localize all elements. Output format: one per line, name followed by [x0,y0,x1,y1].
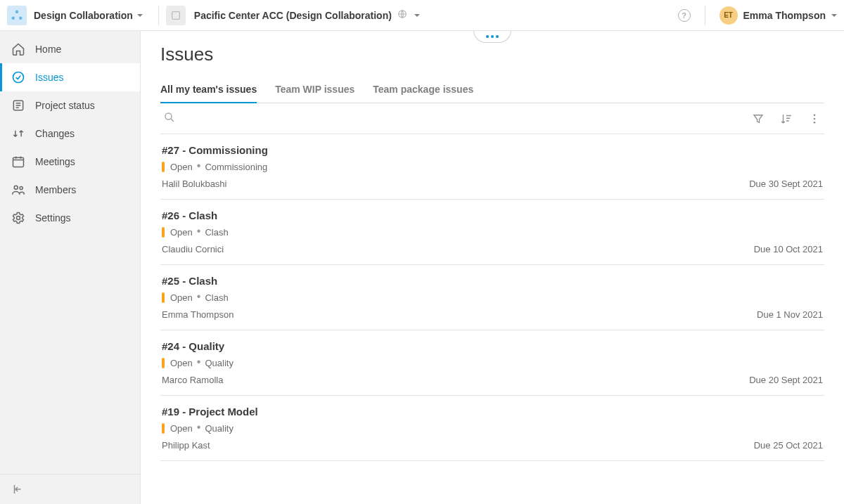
sidebar: Home Issues Project status Changes Meeti… [0,31,141,504]
issue-assignee: Halil Bolukbashi [162,179,227,189]
issue-assignee: Philipp Kast [162,440,210,451]
collapse-icon [11,483,24,496]
sidebar-item-issues[interactable]: Issues [0,63,140,91]
sidebar-item-meetings[interactable]: Meetings [0,148,140,176]
issue-due-date: Due 20 Sept 2021 [749,375,823,385]
status-indicator [162,292,165,303]
issue-row[interactable]: #26 - Clash Open • Clash Claudiu Cornici… [160,200,824,265]
sidebar-item-members[interactable]: Members [0,176,140,204]
issue-meta: Open • Quality [162,356,823,369]
issue-due-date: Due 1 Nov 2021 [757,309,823,320]
app-logo-icon [11,9,23,22]
issue-status: Open [170,423,193,434]
check-circle-icon [11,70,25,84]
divider [158,6,159,25]
list-toolbar [160,103,824,134]
issue-meta: Open • Quality [162,422,823,434]
issue-title: #19 - Project Model [162,406,823,418]
issue-meta: Open • Commissioning [162,160,823,173]
user-menu[interactable]: ET Emma Thompson [712,6,837,25]
more-options-button[interactable] [805,109,824,129]
svg-point-9 [20,186,23,189]
app-name: Design Collaboration [34,10,133,21]
issue-type: Quality [205,358,233,368]
sidebar-item-label: Changes [35,128,75,139]
issue-title: #25 - Clash [162,275,823,287]
help-button[interactable]: ? [678,9,691,22]
issue-title: #27 - Commissioning [162,144,823,156]
issue-meta: Open • Clash [162,226,823,238]
sidebar-item-label: Issues [35,72,63,83]
project-switcher[interactable]: Pacific Center ACC (Design Collaboration… [166,6,420,25]
sidebar-item-home[interactable]: Home [0,35,140,63]
project-icon [166,6,186,25]
expand-tray-button[interactable] [473,31,511,43]
sidebar-item-label: Meetings [35,156,75,167]
more-vertical-icon [808,112,821,125]
sort-icon [780,112,793,125]
issue-row[interactable]: #24 - Quality Open • Quality Marco Ramol… [160,330,824,396]
user-name: Emma Thompson [743,10,826,21]
issue-meta: Open • Clash [162,291,823,304]
sidebar-item-settings[interactable]: Settings [0,204,140,232]
svg-point-14 [814,121,816,123]
issue-row[interactable]: #25 - Clash Open • Clash Emma Thompson D… [160,265,824,330]
issue-assignee: Marco Ramolla [162,375,223,385]
globe-icon [397,9,407,21]
status-icon [11,98,25,112]
search-icon [163,111,176,124]
chevron-down-icon [831,14,837,17]
issues-list: #27 - Commissioning Open • Commissioning… [160,134,824,461]
issue-type: Commissioning [205,162,267,172]
avatar: ET [720,6,738,25]
tab-team-wip-issues[interactable]: Team WIP issues [275,84,354,103]
issue-row[interactable]: #19 - Project Model Open • Quality Phili… [160,396,824,461]
project-name: Pacific Center ACC (Design Collaboration… [194,10,392,21]
members-icon [11,183,25,197]
main-content: Issues All my team's issues Team WIP iss… [141,31,844,504]
issue-type: Clash [205,292,228,303]
status-indicator [162,227,165,238]
svg-point-5 [13,72,24,83]
sidebar-item-project-status[interactable]: Project status [0,91,140,119]
top-bar: Design Collaboration Pacific Center ACC … [0,0,844,31]
app-switcher[interactable]: Design Collaboration [34,10,151,21]
filter-button[interactable] [748,109,768,129]
svg-rect-3 [172,11,179,19]
svg-point-8 [14,186,18,189]
status-indicator [162,423,165,434]
svg-point-1 [12,16,15,20]
svg-point-12 [814,114,816,116]
issue-due-date: Due 30 Sept 2021 [749,179,823,189]
tab-team-package-issues[interactable]: Team package issues [373,84,473,103]
issue-status: Open [170,358,193,368]
gear-icon [11,211,25,225]
collapse-sidebar-button[interactable] [10,482,25,497]
issue-assignee: Claudiu Cornici [162,244,224,254]
page-title: Issues [160,44,824,65]
sidebar-item-label: Home [35,44,61,55]
issue-due-date: Due 25 Oct 2021 [754,440,823,451]
issue-row[interactable]: #27 - Commissioning Open • Commissioning… [160,134,824,200]
issue-status: Open [170,227,193,238]
svg-rect-7 [13,157,24,167]
sidebar-item-changes[interactable]: Changes [0,119,140,148]
calendar-icon [11,155,25,169]
sidebar-item-label: Members [35,184,76,195]
app-logo [7,6,27,25]
status-indicator [162,162,165,172]
tab-all-my-teams-issues[interactable]: All my team's issues [160,84,257,103]
search-button[interactable] [163,111,176,126]
tabs: All my team's issues Team WIP issues Tea… [160,84,824,103]
issue-type: Clash [205,227,228,238]
sort-button[interactable] [776,109,796,129]
issue-title: #26 - Clash [162,209,823,221]
changes-icon [11,127,25,141]
filter-icon [752,112,765,125]
issue-assignee: Emma Thompson [162,309,234,320]
svg-point-10 [17,217,20,220]
chevron-down-icon [414,14,420,17]
sidebar-item-label: Project status [35,100,95,111]
sidebar-item-label: Settings [35,212,71,224]
svg-point-13 [814,117,816,119]
